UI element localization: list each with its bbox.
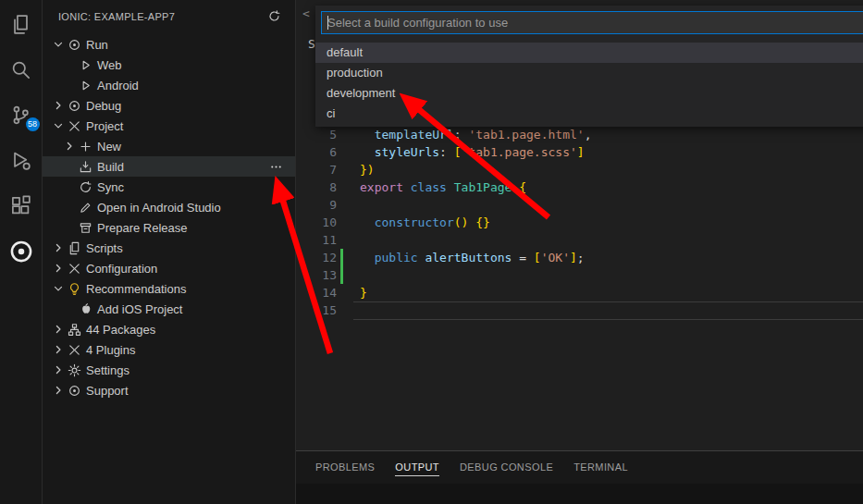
tree-item-sync[interactable]: Sync [43, 177, 295, 197]
build-icon [79, 160, 92, 174]
tree-item-label: Configuration [86, 262, 157, 276]
quickpick-list: defaultproductiondevelopmentci [315, 43, 863, 124]
chevron-right-icon[interactable] [63, 140, 79, 153]
refresh-icon[interactable] [267, 9, 281, 23]
play-icon [79, 58, 92, 72]
panel-tab-debug-console[interactable]: DEBUG CONSOLE [460, 458, 553, 476]
line-number: 7 [296, 161, 337, 178]
code-line-9[interactable]: 9 [296, 196, 863, 214]
panel-tab-output[interactable]: OUTPUT [395, 458, 439, 476]
code-line-8[interactable]: 8export class Tab1Page { [296, 178, 863, 196]
plus-icon [79, 140, 92, 154]
tree-item-label: Project [86, 119, 123, 133]
files-icon [10, 14, 31, 35]
tree-item-settings[interactable]: Settings [43, 360, 295, 380]
tree-item-open-in-android-studio[interactable]: Open in Android Studio [43, 197, 295, 217]
scm-count-badge: 58 [26, 117, 40, 131]
chevron-down-icon[interactable] [52, 282, 68, 295]
quickpick-option-ci[interactable]: ci [315, 104, 863, 124]
tree-item-label: Open in Android Studio [97, 201, 221, 215]
panel-tab-terminal[interactable]: TERMINAL [573, 458, 628, 476]
line-number: 12 [296, 249, 337, 266]
ionic-activity-button[interactable] [0, 228, 43, 274]
code-line-12[interactable]: 12 public alertButtons = ['OK']; [296, 249, 863, 266]
line-number: 9 [296, 196, 337, 214]
twisty-spacer [63, 302, 79, 315]
tree-item-project[interactable]: Project [43, 116, 295, 136]
apple-icon [79, 302, 92, 316]
chevron-right-icon[interactable] [52, 262, 68, 275]
tree-item-44-packages[interactable]: 44 Packages [43, 319, 295, 339]
tree-item-build[interactable]: Build [43, 156, 295, 177]
code-line-13[interactable]: 13 [296, 266, 863, 284]
chevron-right-icon[interactable] [52, 241, 68, 254]
panel-tab-problems[interactable]: PROBLEMS [315, 458, 375, 476]
tree-item-label: 4 Plugins [86, 343, 135, 357]
search-activity-button[interactable] [0, 47, 43, 92]
code-line-15[interactable]: 15 [296, 301, 863, 319]
tree-item-run[interactable]: Run [43, 34, 295, 55]
chevron-right-icon[interactable] [52, 99, 68, 112]
run-and-debug-activity-button[interactable] [0, 138, 43, 183]
ionic-icon [9, 240, 33, 264]
twisty-spacer [63, 79, 79, 92]
code-line-14[interactable]: 14} [296, 284, 863, 301]
tree-item-debug[interactable]: Debug [43, 95, 295, 116]
tree-item-label: 44 Packages [86, 323, 155, 337]
source-control-activity-button[interactable]: 58 [0, 92, 43, 138]
vscode-window: 58 IONIC: EXAMPLE-APP7 RunWebAndroidDebu… [0, 0, 863, 504]
quickpick-option-production[interactable]: production [315, 63, 863, 83]
quickpick-option-default[interactable]: default [315, 43, 863, 63]
extensions-activity-button[interactable] [0, 183, 43, 228]
panel-content [296, 484, 863, 504]
tree-item-configuration[interactable]: Configuration [43, 258, 295, 278]
code-line-6[interactable]: 6 styleUrls: ['tab1.page.scss'] [296, 143, 863, 161]
code-text: public alertButtons = ['OK']; [360, 249, 585, 266]
tree-item-label: Build [97, 160, 124, 174]
tools-icon [68, 119, 81, 133]
tree-item-recommendations[interactable]: Recommendations [43, 278, 295, 299]
quickpick-option-development[interactable]: development [315, 83, 863, 104]
code-line-7[interactable]: 7}) [296, 161, 863, 178]
quickpick-input[interactable] [321, 11, 863, 34]
text-caret [327, 16, 328, 30]
twisty-spacer [63, 160, 79, 173]
sidebar: IONIC: EXAMPLE-APP7 RunWebAndroidDebugPr… [43, 0, 296, 504]
code-text: export class Tab1Page { [360, 178, 526, 196]
more-actions-icon[interactable] [269, 160, 283, 174]
tree-item-web[interactable]: Web [43, 55, 295, 75]
bottom-panel: PROBLEMSOUTPUTDEBUG CONSOLETERMINAL [296, 450, 863, 504]
chevron-right-icon[interactable] [52, 363, 68, 376]
editor[interactable]: < S 5 templateUrl: 'tab1.page.html',6 st… [296, 0, 863, 450]
tree-item-new[interactable]: New [43, 136, 295, 156]
tools-icon [68, 343, 81, 357]
explorer-activity-button[interactable] [0, 2, 43, 47]
code-line-10[interactable]: 10 constructor() {} [296, 214, 863, 231]
tree-item-prepare-release[interactable]: Prepare Release [43, 217, 295, 238]
code-text: constructor() {} [360, 214, 490, 231]
chevron-down-icon[interactable] [52, 119, 68, 132]
chevron-right-icon[interactable] [52, 343, 68, 356]
tree-item-label: Debug [86, 99, 121, 113]
code-line-11[interactable]: 11 [296, 231, 863, 249]
line-number: 11 [296, 231, 337, 249]
tree-item-scripts[interactable]: Scripts [43, 238, 295, 258]
circle-dot-icon [68, 38, 81, 52]
chevron-right-icon[interactable] [52, 384, 68, 397]
line-number: 13 [296, 266, 337, 284]
panel-tabs: PROBLEMSOUTPUTDEBUG CONSOLETERMINAL [296, 451, 863, 483]
code-line-5[interactable]: 5 templateUrl: 'tab1.page.html', [296, 126, 863, 143]
twisty-spacer [63, 58, 79, 71]
tree-item-support[interactable]: Support [43, 380, 295, 400]
tree-item-label: Run [86, 38, 108, 52]
lightbulb-icon [68, 282, 81, 296]
tree-item-android[interactable]: Android [43, 75, 295, 95]
tree-item-4-plugins[interactable]: 4 Plugins [43, 339, 295, 360]
tree-item-add-ios-project[interactable]: Add iOS Project [43, 299, 295, 319]
edit-icon [79, 201, 92, 215]
gear-icon [68, 363, 81, 377]
sidebar-title: IONIC: EXAMPLE-APP7 [58, 11, 267, 22]
circle-dot-icon [68, 99, 81, 113]
chevron-down-icon[interactable] [52, 38, 68, 51]
chevron-right-icon[interactable] [52, 323, 68, 336]
